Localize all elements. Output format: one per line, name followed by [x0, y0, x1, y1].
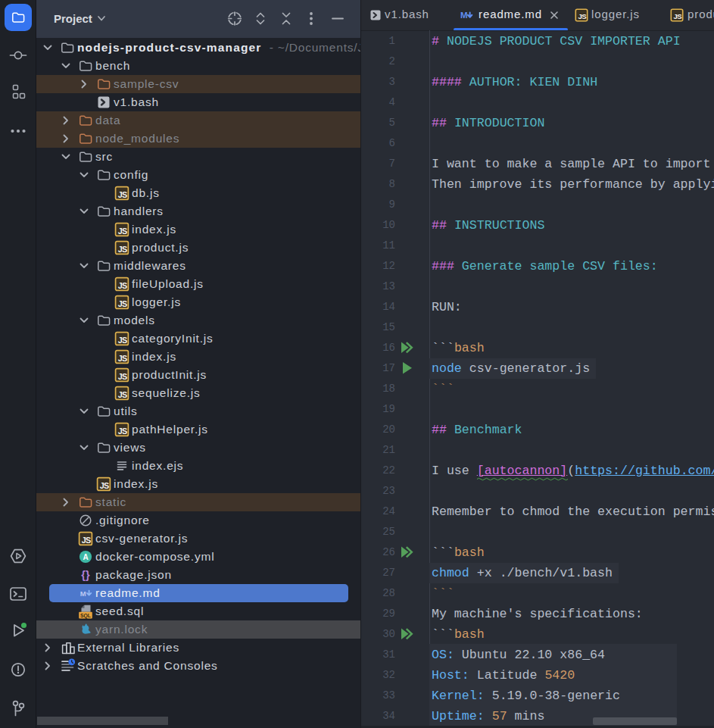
svg-text:JS: JS	[118, 190, 127, 199]
svg-text:JS: JS	[118, 299, 127, 308]
svg-text:M: M	[80, 589, 86, 598]
svg-text:JS: JS	[118, 245, 127, 254]
svg-text:M: M	[460, 11, 468, 20]
svg-text:JS: JS	[118, 281, 127, 290]
svg-text:JS: JS	[118, 426, 127, 436]
svg-text:JS: JS	[82, 536, 91, 545]
svg-text:JS: JS	[118, 336, 127, 345]
svg-text:JS: JS	[100, 481, 109, 490]
svg-text:{}: {}	[81, 569, 90, 581]
svg-text:SQL: SQL	[80, 613, 91, 619]
svg-text:A: A	[83, 553, 88, 561]
svg-text:JS: JS	[578, 12, 587, 20]
svg-text:JS: JS	[118, 227, 127, 236]
svg-text:JS: JS	[118, 354, 127, 363]
svg-text:JS: JS	[673, 12, 682, 20]
svg-text:JS: JS	[118, 372, 127, 381]
svg-text:JS: JS	[118, 390, 127, 399]
